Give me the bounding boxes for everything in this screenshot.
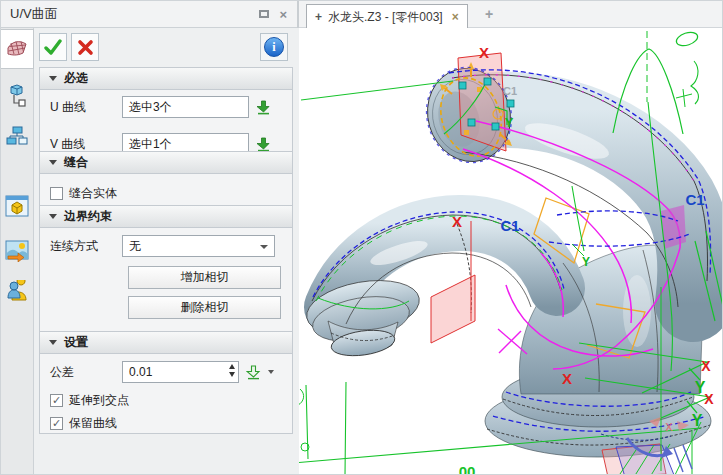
tolerance-value: 0.01 xyxy=(129,365,152,379)
highlighted-face-magenta xyxy=(661,205,686,249)
document-workspace: + 水龙头.Z3 - [零件003] × + xyxy=(299,1,723,475)
tolerance-label: 公差 xyxy=(50,364,122,381)
axis-x-label: X xyxy=(701,359,710,373)
pick-arrow-outline-icon[interactable] xyxy=(245,364,262,381)
extend-to-intersection-label: 延伸到交点 xyxy=(69,392,129,409)
new-tab-button[interactable]: + xyxy=(485,6,493,22)
uv-surface-icon xyxy=(6,39,28,59)
v-curves-label: V 曲线 xyxy=(50,136,122,153)
sidebar-tab-view[interactable] xyxy=(1,186,33,226)
axis-y-label: Y xyxy=(695,380,706,396)
axis-x-label: X xyxy=(562,371,572,386)
sidebar-tab-uv-surface[interactable] xyxy=(1,29,34,69)
remove-tangent-label: 删除相切 xyxy=(181,299,229,316)
u-curves-input[interactable]: 选中3个 xyxy=(122,96,249,118)
model-viewport[interactable]: XXXXXXYYYYC1C1C100 xyxy=(299,28,723,475)
continuity-c1-faint-label: C1 xyxy=(503,86,517,97)
cancel-x-icon xyxy=(77,39,94,56)
document-tab[interactable]: + 水龙头.Z3 - [零件003] × xyxy=(306,4,468,29)
spin-down-icon[interactable] xyxy=(229,372,235,377)
pick-arrow-icon[interactable] xyxy=(255,99,272,116)
continuity-c1-label: C1 xyxy=(500,218,519,233)
render-image-icon xyxy=(5,240,29,262)
axis-x-faint-label: X xyxy=(665,422,672,433)
cancel-button[interactable] xyxy=(71,33,99,61)
collapse-triangle-icon xyxy=(49,76,57,81)
tolerance-input[interactable]: 0.01 xyxy=(122,361,239,383)
chevron-down-icon xyxy=(260,245,268,249)
sidebar-tab-user[interactable] xyxy=(1,271,33,311)
info-icon: i xyxy=(264,37,284,57)
user-icon xyxy=(6,280,28,302)
keep-curves-label: 保留曲线 xyxy=(69,415,117,432)
axis-y-label: Y xyxy=(505,116,514,129)
section-settings-title: 设置 xyxy=(64,334,88,351)
sidebar-tab-assembly[interactable] xyxy=(1,76,33,116)
section-boundary: 边界约束 连续方式 无 增加相切 删除相切 xyxy=(39,205,293,352)
manager-tab-strip xyxy=(1,28,34,475)
chevron-down-icon[interactable] xyxy=(268,370,274,374)
axis-x-label: X xyxy=(452,214,462,229)
continuity-c1-label: C1 xyxy=(685,192,704,207)
spinner-control[interactable] xyxy=(229,364,235,377)
dialog-titlebar[interactable]: U/V曲面 × xyxy=(1,1,297,28)
collapse-triangle-icon xyxy=(49,340,57,345)
spin-up-icon[interactable] xyxy=(229,364,235,369)
dialog-content: i 必选 U 曲线 选中3个 V 曲线 xyxy=(34,28,299,475)
section-required-title: 必选 xyxy=(64,70,88,87)
add-tangent-button[interactable]: 增加相切 xyxy=(128,266,281,289)
view-cube-icon xyxy=(5,195,29,217)
pick-arrow-icon[interactable] xyxy=(255,136,272,153)
section-sew-title: 缝合 xyxy=(64,154,88,171)
add-tangent-label: 增加相切 xyxy=(181,269,229,286)
document-tab-icon: + xyxy=(315,10,322,24)
section-required-header[interactable]: 必选 xyxy=(40,68,292,90)
section-boundary-title: 边界约束 xyxy=(64,208,112,225)
section-boundary-header[interactable]: 边界约束 xyxy=(40,206,292,228)
u-curves-value: 选中3个 xyxy=(129,99,172,116)
close-icon[interactable]: × xyxy=(279,8,287,21)
v-curves-value: 选中1个 xyxy=(129,136,172,153)
sew-solid-checkbox[interactable] xyxy=(50,187,63,200)
remove-tangent-button[interactable]: 删除相切 xyxy=(128,296,281,319)
dimension-text: 00 xyxy=(459,464,476,475)
dialog-title: U/V曲面 xyxy=(10,5,58,23)
axis-y-label: Y xyxy=(582,256,590,268)
assembly-tree-icon xyxy=(6,84,28,108)
section-settings-header[interactable]: 设置 xyxy=(40,332,292,354)
u-curves-label: U 曲线 xyxy=(50,99,122,116)
history-tree-icon xyxy=(6,125,28,147)
continuity-value: 无 xyxy=(129,238,141,255)
tab-close-icon[interactable]: × xyxy=(452,10,459,24)
sidebar-tab-render[interactable] xyxy=(1,231,33,271)
continuity-label: 连续方式 xyxy=(50,238,122,255)
document-tab-bar: + 水龙头.Z3 - [零件003] × + xyxy=(299,1,723,28)
axis-x-label: X xyxy=(704,392,713,406)
ok-check-icon xyxy=(44,38,62,56)
keep-curves-checkbox[interactable]: ✓ xyxy=(50,417,63,430)
restore-icon[interactable] xyxy=(259,10,269,18)
document-tab-title: 水龙头.Z3 - [零件003] xyxy=(328,9,443,26)
axis-y-label: Y xyxy=(692,413,703,429)
section-settings: 设置 公差 0.01 xyxy=(39,331,293,434)
uv-surface-dialog: U/V曲面 × xyxy=(1,1,299,475)
collapse-triangle-icon xyxy=(49,214,57,219)
extend-to-intersection-checkbox[interactable]: ✓ xyxy=(50,394,63,407)
collapse-triangle-icon xyxy=(49,160,57,165)
ok-button[interactable] xyxy=(39,33,67,61)
sew-solid-label: 缝合实体 xyxy=(69,185,117,202)
sidebar-tab-history[interactable] xyxy=(1,116,33,156)
axis-x-label: X xyxy=(479,45,489,60)
zw3d-window: U/V曲面 × xyxy=(0,0,723,475)
info-button[interactable]: i xyxy=(260,33,288,61)
continuity-select[interactable]: 无 xyxy=(122,235,275,257)
section-sew-header[interactable]: 缝合 xyxy=(40,152,292,174)
